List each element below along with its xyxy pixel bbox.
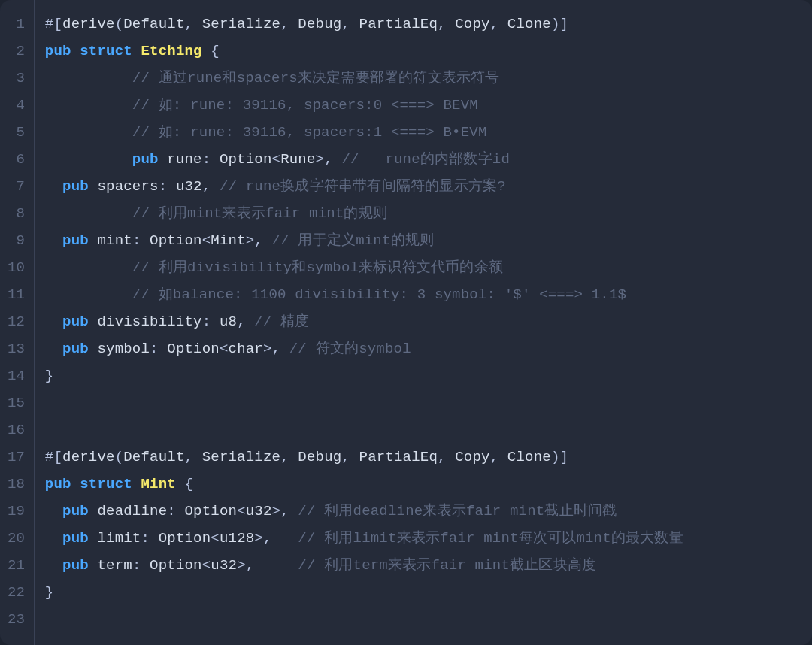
code-token: // 用于定义mint的规则 <box>272 232 435 249</box>
code-token: : <box>202 313 220 330</box>
code-token: , <box>202 178 220 195</box>
code-token: >, <box>254 530 298 547</box>
line-number: 12 <box>0 308 34 335</box>
code-token: u8 <box>220 313 237 330</box>
code-token: pub <box>62 557 89 574</box>
code-token: divisibility <box>97 313 201 330</box>
code-token: >, <box>316 151 342 168</box>
code-token: < <box>211 530 220 547</box>
code-token: derive <box>62 16 115 32</box>
line-number: 9 <box>0 227 34 254</box>
code-token: u32 <box>211 557 237 574</box>
code-token: // 精度 <box>254 313 309 330</box>
code-line: pub deadline: Option<u32>, // 利用deadline… <box>45 498 801 525</box>
code-line: pub struct Etching { <box>45 38 801 65</box>
code-token: Copy <box>455 449 489 465</box>
code-token <box>45 205 132 222</box>
code-token <box>45 313 62 330</box>
code-token: pub <box>62 503 89 519</box>
code-token: } <box>45 368 54 384</box>
code-token: { <box>176 476 193 492</box>
code-token: // 如balance: 1100 divisibility: 3 symbol… <box>132 286 626 303</box>
code-token <box>45 503 62 519</box>
code-token <box>45 232 62 249</box>
code-area: #[derive(Default, Serialize, Debug, Part… <box>35 0 812 645</box>
code-token: mint <box>97 232 132 249</box>
code-token: { <box>202 43 220 59</box>
line-number: 5 <box>0 119 34 146</box>
code-token: < <box>202 232 211 249</box>
line-number: 21 <box>0 552 34 579</box>
code-token <box>45 124 132 141</box>
line-number: 19 <box>0 498 34 525</box>
code-token: Copy <box>455 16 489 32</box>
code-token: >, <box>263 341 289 357</box>
code-token: )] <box>551 449 568 465</box>
code-token: #[ <box>45 449 62 465</box>
code-token: PartialEq <box>359 449 438 465</box>
line-number: 7 <box>0 173 34 200</box>
code-token: : <box>141 530 158 547</box>
code-token: Option <box>220 151 272 168</box>
line-number: 4 <box>0 92 34 119</box>
code-token: // 利用term来表示fair mint截止区块高度 <box>298 557 596 574</box>
code-token <box>45 341 62 357</box>
code-token: derive <box>62 449 115 465</box>
code-token: : <box>202 151 220 168</box>
line-number: 1 <box>0 11 34 38</box>
code-token: pub <box>45 476 71 492</box>
code-token <box>45 530 62 547</box>
code-token: Serialize <box>202 449 280 465</box>
code-token: #[ <box>45 16 62 32</box>
code-token <box>89 313 98 330</box>
code-token <box>45 286 132 303</box>
code-token: // rune的内部数字id <box>341 151 510 168</box>
code-line: #[derive(Default, Serialize, Debug, Part… <box>45 444 801 471</box>
code-token: // 如: rune: 39116, spacers:1 <===> B•EVM <box>132 124 487 141</box>
line-number: 16 <box>0 416 34 444</box>
code-line: pub struct Mint { <box>45 471 801 498</box>
code-token: : <box>132 557 150 574</box>
code-token: : <box>167 503 184 519</box>
code-token: // 利用mint来表示fair mint的规则 <box>132 205 387 222</box>
code-token: deadline <box>97 503 167 519</box>
line-number: 15 <box>0 389 34 416</box>
code-token: pub <box>62 530 89 547</box>
line-number-gutter: 1234567891011121314151617181920212223 <box>0 0 35 645</box>
code-token: Serialize <box>202 16 280 32</box>
line-number: 8 <box>0 200 34 227</box>
code-token: , <box>438 449 455 465</box>
code-token: // rune换成字符串带有间隔符的显示方案? <box>220 178 506 195</box>
code-token: >, <box>272 503 298 519</box>
code-token: } <box>45 584 54 601</box>
code-line: #[derive(Default, Serialize, Debug, Part… <box>45 11 801 38</box>
code-line <box>45 416 801 444</box>
code-line: // 如balance: 1100 divisibility: 3 symbol… <box>45 281 801 308</box>
code-line: pub symbol: Option<char>, // 符文的symbol <box>45 335 801 362</box>
code-token: >, <box>246 232 272 249</box>
code-line: } <box>45 362 801 389</box>
code-token: Debug <box>298 449 341 465</box>
code-token: < <box>220 341 229 357</box>
code-token: // 符文的symbol <box>289 341 411 357</box>
code-token <box>45 178 62 195</box>
code-token: pub <box>62 313 89 330</box>
code-line: // 利用divisibility和symbol来标识符文代币的余额 <box>45 254 801 281</box>
code-token: , <box>280 16 298 32</box>
code-token <box>45 557 62 574</box>
code-line: pub term: Option<u32>, // 利用term来表示fair … <box>45 552 801 579</box>
code-token: rune <box>167 151 201 168</box>
line-number: 18 <box>0 471 34 498</box>
code-token: , <box>237 313 254 330</box>
line-number: 6 <box>0 146 34 173</box>
code-token: spacers <box>97 178 158 195</box>
code-token: ( <box>115 449 124 465</box>
code-token: u32 <box>246 503 272 519</box>
code-token: // 如: rune: 39116, spacers:0 <===> BEVM <box>132 97 478 114</box>
code-token: Clone <box>508 449 551 465</box>
code-token: Option <box>150 232 202 249</box>
code-token: pub <box>45 43 71 59</box>
code-token: , <box>438 16 455 32</box>
code-token: Mint <box>211 232 245 249</box>
code-token <box>71 43 80 59</box>
